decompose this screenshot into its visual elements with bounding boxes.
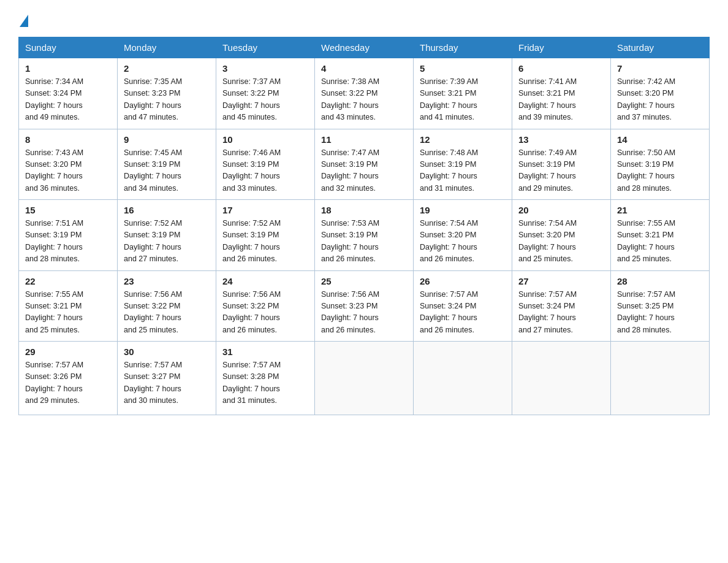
calendar-cell: 11Sunrise: 7:47 AMSunset: 3:19 PMDayligh… (315, 129, 414, 200)
calendar-cell: 26Sunrise: 7:57 AMSunset: 3:24 PMDayligh… (414, 270, 512, 342)
day-number: 2 (124, 63, 210, 74)
day-info: Sunrise: 7:55 AMSunset: 3:21 PMDaylight:… (617, 218, 703, 266)
day-info: Sunrise: 7:42 AMSunset: 3:20 PMDaylight:… (617, 76, 703, 124)
week-row-2: 8Sunrise: 7:43 AMSunset: 3:20 PMDaylight… (19, 129, 710, 200)
calendar-cell: 22Sunrise: 7:55 AMSunset: 3:21 PMDayligh… (19, 270, 118, 342)
day-info: Sunrise: 7:48 AMSunset: 3:19 PMDaylight:… (420, 147, 506, 195)
calendar-cell: 21Sunrise: 7:55 AMSunset: 3:21 PMDayligh… (611, 200, 710, 271)
calendar-cell: 3Sunrise: 7:37 AMSunset: 3:22 PMDaylight… (216, 58, 315, 129)
day-number: 29 (25, 347, 111, 357)
calendar-cell: 6Sunrise: 7:41 AMSunset: 3:21 PMDaylight… (512, 58, 611, 129)
week-row-5: 29Sunrise: 7:57 AMSunset: 3:26 PMDayligh… (19, 342, 710, 415)
header-day-sunday: Sunday (19, 37, 118, 58)
header-day-saturday: Saturday (611, 37, 710, 58)
day-info: Sunrise: 7:35 AMSunset: 3:23 PMDaylight:… (124, 76, 210, 124)
header-row: SundayMondayTuesdayWednesdayThursdayFrid… (19, 37, 710, 58)
day-info: Sunrise: 7:57 AMSunset: 3:24 PMDaylight:… (420, 289, 506, 337)
calendar-cell (315, 342, 414, 415)
calendar-cell: 15Sunrise: 7:51 AMSunset: 3:19 PMDayligh… (19, 200, 118, 271)
calendar-cell: 17Sunrise: 7:52 AMSunset: 3:19 PMDayligh… (216, 200, 315, 271)
calendar-table: SundayMondayTuesdayWednesdayThursdayFrid… (18, 37, 710, 415)
day-number: 20 (518, 205, 604, 215)
calendar-cell: 13Sunrise: 7:49 AMSunset: 3:19 PMDayligh… (512, 129, 611, 200)
day-info: Sunrise: 7:37 AMSunset: 3:22 PMDaylight:… (222, 76, 308, 124)
calendar-cell: 16Sunrise: 7:52 AMSunset: 3:19 PMDayligh… (118, 200, 216, 271)
header-day-friday: Friday (512, 37, 611, 58)
day-number: 3 (222, 63, 308, 74)
day-number: 21 (617, 205, 703, 215)
calendar-cell: 27Sunrise: 7:57 AMSunset: 3:24 PMDayligh… (512, 270, 611, 342)
day-number: 26 (420, 276, 506, 286)
day-info: Sunrise: 7:57 AMSunset: 3:26 PMDaylight:… (25, 359, 111, 407)
day-number: 23 (124, 276, 210, 286)
calendar-cell: 28Sunrise: 7:57 AMSunset: 3:25 PMDayligh… (611, 270, 710, 342)
day-info: Sunrise: 7:43 AMSunset: 3:20 PMDaylight:… (25, 147, 111, 195)
day-number: 6 (518, 63, 604, 74)
header-day-monday: Monday (118, 37, 216, 58)
day-info: Sunrise: 7:53 AMSunset: 3:19 PMDaylight:… (321, 218, 407, 266)
calendar-header: SundayMondayTuesdayWednesdayThursdayFrid… (19, 37, 710, 58)
calendar-cell (611, 342, 710, 415)
calendar-cell: 29Sunrise: 7:57 AMSunset: 3:26 PMDayligh… (19, 342, 118, 415)
header-day-thursday: Thursday (414, 37, 512, 58)
day-number: 22 (25, 276, 111, 286)
day-number: 9 (124, 134, 210, 145)
day-number: 12 (420, 134, 506, 145)
calendar-cell: 7Sunrise: 7:42 AMSunset: 3:20 PMDaylight… (611, 58, 710, 129)
day-number: 14 (617, 134, 703, 145)
calendar-cell: 5Sunrise: 7:39 AMSunset: 3:21 PMDaylight… (414, 58, 512, 129)
calendar-cell: 1Sunrise: 7:34 AMSunset: 3:24 PMDaylight… (19, 58, 118, 129)
day-info: Sunrise: 7:56 AMSunset: 3:22 PMDaylight:… (222, 289, 308, 337)
day-info: Sunrise: 7:50 AMSunset: 3:19 PMDaylight:… (617, 147, 703, 195)
calendar-cell: 24Sunrise: 7:56 AMSunset: 3:22 PMDayligh… (216, 270, 315, 342)
calendar-cell: 23Sunrise: 7:56 AMSunset: 3:22 PMDayligh… (118, 270, 216, 342)
day-info: Sunrise: 7:57 AMSunset: 3:27 PMDaylight:… (124, 359, 210, 407)
day-info: Sunrise: 7:39 AMSunset: 3:21 PMDaylight:… (420, 76, 506, 124)
week-row-1: 1Sunrise: 7:34 AMSunset: 3:24 PMDaylight… (19, 58, 710, 129)
page-header (18, 12, 710, 27)
day-info: Sunrise: 7:56 AMSunset: 3:22 PMDaylight:… (124, 289, 210, 337)
header-day-tuesday: Tuesday (216, 37, 315, 58)
header-day-wednesday: Wednesday (315, 37, 414, 58)
day-number: 5 (420, 63, 506, 74)
day-info: Sunrise: 7:57 AMSunset: 3:25 PMDaylight:… (617, 289, 703, 337)
day-info: Sunrise: 7:54 AMSunset: 3:20 PMDaylight:… (420, 218, 506, 266)
calendar-cell: 31Sunrise: 7:57 AMSunset: 3:28 PMDayligh… (216, 342, 315, 415)
day-number: 11 (321, 134, 407, 145)
calendar-cell: 12Sunrise: 7:48 AMSunset: 3:19 PMDayligh… (414, 129, 512, 200)
calendar-cell: 30Sunrise: 7:57 AMSunset: 3:27 PMDayligh… (118, 342, 216, 415)
week-row-4: 22Sunrise: 7:55 AMSunset: 3:21 PMDayligh… (19, 270, 710, 342)
calendar-cell: 8Sunrise: 7:43 AMSunset: 3:20 PMDaylight… (19, 129, 118, 200)
day-number: 7 (617, 63, 703, 74)
calendar-cell (512, 342, 611, 415)
calendar-cell: 9Sunrise: 7:45 AMSunset: 3:19 PMDaylight… (118, 129, 216, 200)
day-info: Sunrise: 7:38 AMSunset: 3:22 PMDaylight:… (321, 76, 407, 124)
day-number: 25 (321, 276, 407, 286)
day-number: 18 (321, 205, 407, 215)
day-number: 28 (617, 276, 703, 286)
calendar-cell: 4Sunrise: 7:38 AMSunset: 3:22 PMDaylight… (315, 58, 414, 129)
day-number: 17 (222, 205, 308, 215)
calendar-cell: 2Sunrise: 7:35 AMSunset: 3:23 PMDaylight… (118, 58, 216, 129)
day-number: 19 (420, 205, 506, 215)
day-info: Sunrise: 7:52 AMSunset: 3:19 PMDaylight:… (124, 218, 210, 266)
day-info: Sunrise: 7:47 AMSunset: 3:19 PMDaylight:… (321, 147, 407, 195)
day-info: Sunrise: 7:57 AMSunset: 3:24 PMDaylight:… (518, 289, 604, 337)
calendar-cell: 25Sunrise: 7:56 AMSunset: 3:23 PMDayligh… (315, 270, 414, 342)
day-number: 16 (124, 205, 210, 215)
day-info: Sunrise: 7:46 AMSunset: 3:19 PMDaylight:… (222, 147, 308, 195)
logo-triangle-icon (20, 15, 28, 27)
calendar-cell: 18Sunrise: 7:53 AMSunset: 3:19 PMDayligh… (315, 200, 414, 271)
day-info: Sunrise: 7:54 AMSunset: 3:20 PMDaylight:… (518, 218, 604, 266)
day-number: 31 (222, 347, 308, 357)
day-info: Sunrise: 7:57 AMSunset: 3:28 PMDaylight:… (222, 359, 308, 407)
calendar-body: 1Sunrise: 7:34 AMSunset: 3:24 PMDaylight… (19, 58, 710, 415)
day-number: 30 (124, 347, 210, 357)
calendar-cell: 19Sunrise: 7:54 AMSunset: 3:20 PMDayligh… (414, 200, 512, 271)
day-info: Sunrise: 7:49 AMSunset: 3:19 PMDaylight:… (518, 147, 604, 195)
logo-general (18, 15, 28, 27)
day-number: 24 (222, 276, 308, 286)
day-number: 10 (222, 134, 308, 145)
day-info: Sunrise: 7:56 AMSunset: 3:23 PMDaylight:… (321, 289, 407, 337)
day-number: 13 (518, 134, 604, 145)
